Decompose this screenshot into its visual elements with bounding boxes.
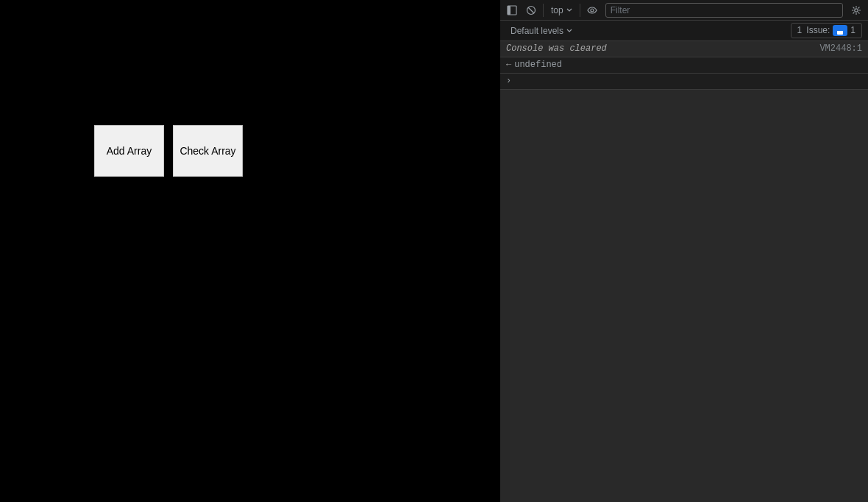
default-levels-button[interactable]: Default levels [506,24,577,38]
issues-badge-num: 1 [850,25,855,35]
expand-arrow-icon[interactable]: › [506,76,511,86]
browser-viewport: Add Array Check Array [0,0,500,502]
svg-point-4 [591,9,594,12]
issues-button[interactable]: 1 Issue: 1 [791,23,862,38]
gear-icon [851,5,861,15]
devtools-settings-button[interactable] [847,2,865,18]
live-expressions-button[interactable] [583,2,601,18]
console-source-link[interactable]: VM2448:1 [819,43,862,54]
filter-input[interactable] [605,3,843,18]
console-undefined-row: ← undefined [500,57,868,74]
context-label: top [551,5,563,15]
console-expand-row: › [500,74,868,90]
add-array-button[interactable]: Add Array [94,125,164,177]
default-levels-label: Default levels [511,26,563,36]
toolbar-separator [543,4,544,17]
chevron-down-icon [566,8,572,12]
console-return-arrow: ← [506,60,511,70]
check-array-button[interactable]: Check Array [173,125,243,177]
button-container: Add Array Check Array [94,125,243,177]
issue-flag-icon [833,25,847,35]
clear-console-button[interactable] [522,2,540,18]
devtools-toolbar2: Default levels 1 Issue: 1 [500,21,868,41]
levels-chevron-icon [566,29,572,32]
console-cleared-row: Console was cleared VM2448:1 [500,41,868,57]
devtools-toolbar: top [500,0,868,21]
console-cleared-text: Console was cleared [506,43,607,54]
console-output: Console was cleared VM2448:1 ← undefined… [500,41,868,502]
eye-icon [587,5,597,15]
toggle-drawer-button[interactable] [503,2,521,18]
issues-label: Issue: [806,25,830,35]
toolbar-separator-2 [580,4,580,17]
filter-wrapper [605,3,843,18]
svg-line-3 [528,7,534,13]
svg-point-5 [855,8,858,11]
block-icon [526,5,536,15]
issues-count: 1 [797,25,803,35]
context-selector[interactable]: top [547,4,577,17]
svg-rect-1 [508,6,511,15]
console-undefined-value: undefined [514,60,562,70]
devtools-panel: top Default levels [500,0,868,502]
toggle-drawer-icon [507,5,517,15]
